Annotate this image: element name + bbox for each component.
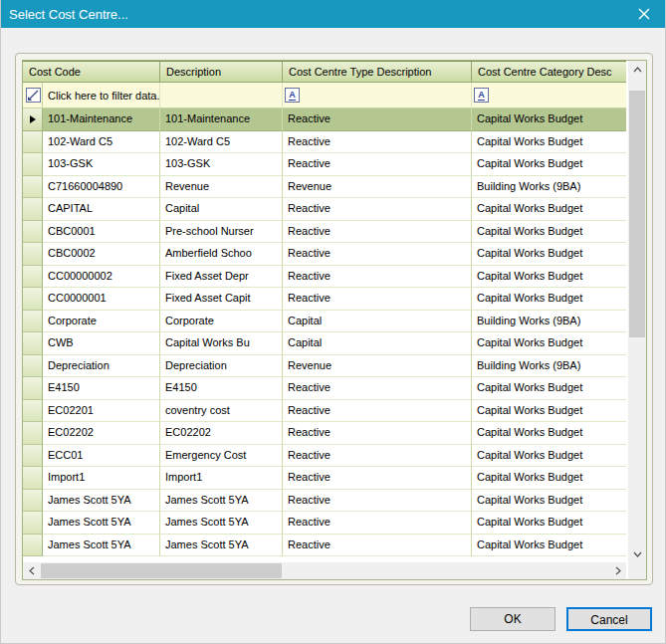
cell-cost-code[interactable]: EC02202: [43, 422, 160, 445]
cell-cost-code[interactable]: CBC0002: [43, 243, 160, 266]
cell-cost-code[interactable]: CBC0001: [43, 221, 160, 244]
cell-type-description[interactable]: Reactive: [283, 512, 472, 535]
cancel-button[interactable]: Cancel: [566, 607, 652, 631]
filter-cell-cost-code[interactable]: Click here to filter data...: [43, 83, 160, 107]
row-indicator-cell[interactable]: [23, 400, 43, 423]
horizontal-scrollbar[interactable]: [23, 562, 626, 579]
cell-type-description[interactable]: Reactive: [283, 243, 472, 266]
row-indicator-cell[interactable]: [23, 332, 43, 355]
table-row[interactable]: James Scott 5YA James Scott 5YA Reactive…: [23, 535, 626, 557]
alpha-filter-icon[interactable]: A: [474, 88, 489, 103]
filter-cell-type[interactable]: A: [283, 83, 472, 107]
row-indicator-cell[interactable]: [23, 311, 43, 333]
row-indicator-cell[interactable]: [23, 108, 43, 131]
cell-description[interactable]: E4150: [160, 377, 283, 400]
cell-type-description[interactable]: Reactive: [283, 266, 472, 289]
table-row[interactable]: CAPITAL Capital Reactive Capital Works B…: [23, 198, 626, 221]
column-header-cost-code[interactable]: Cost Code: [23, 62, 160, 83]
cell-cost-code[interactable]: James Scott 5YA: [43, 535, 160, 557]
row-indicator-cell[interactable]: [23, 490, 43, 513]
cell-type-description[interactable]: Capital: [283, 332, 472, 355]
cell-cost-code[interactable]: CC0000001: [43, 288, 160, 311]
table-row[interactable]: James Scott 5YA James Scott 5YA Reactive…: [23, 490, 626, 513]
cell-type-description[interactable]: Reactive: [283, 535, 472, 557]
cell-category-description[interactable]: Capital Works Budget: [472, 221, 626, 244]
scroll-up-icon[interactable]: [628, 61, 646, 78]
row-indicator-cell[interactable]: [23, 153, 43, 176]
cell-category-description[interactable]: Building Works (9BA): [472, 311, 626, 333]
cell-description[interactable]: Import1: [160, 467, 283, 490]
horizontal-scrollbar-thumb[interactable]: [41, 563, 282, 578]
table-row[interactable]: Depreciation Depreciation Revenue Buildi…: [23, 355, 626, 378]
cell-cost-code[interactable]: 102-Ward C5: [43, 131, 160, 154]
cell-type-description[interactable]: Reactive: [283, 377, 472, 400]
cell-category-description[interactable]: Capital Works Budget: [472, 266, 626, 289]
cell-category-description[interactable]: Capital Works Budget: [472, 108, 626, 131]
cell-cost-code[interactable]: Corporate: [43, 311, 160, 333]
cell-cost-code[interactable]: CAPITAL: [43, 198, 160, 221]
cell-cost-code[interactable]: James Scott 5YA: [43, 512, 160, 535]
cell-category-description[interactable]: Capital Works Budget: [472, 198, 626, 221]
cell-description[interactable]: 102-Ward C5: [160, 131, 283, 154]
table-row[interactable]: CC00000002 Fixed Asset Depr Reactive Cap…: [23, 266, 626, 289]
cell-category-description[interactable]: Capital Works Budget: [472, 490, 626, 513]
column-header-category-description[interactable]: Cost Centre Category Desc: [472, 62, 626, 83]
table-row[interactable]: Import1 Import1 Reactive Capital Works B…: [23, 467, 626, 490]
cell-description[interactable]: James Scott 5YA: [160, 535, 283, 557]
cell-description[interactable]: James Scott 5YA: [160, 490, 283, 513]
cell-cost-code[interactable]: Depreciation: [43, 355, 160, 378]
table-row[interactable]: CBC0001 Pre-school Nurser Reactive Capit…: [23, 221, 626, 244]
cell-category-description[interactable]: Capital Works Budget: [472, 400, 626, 423]
cell-category-description[interactable]: Capital Works Budget: [472, 377, 626, 400]
table-row[interactable]: 102-Ward C5 102-Ward C5 Reactive Capital…: [23, 131, 626, 154]
cell-type-description[interactable]: Reactive: [283, 221, 472, 244]
cell-description[interactable]: Capital: [160, 198, 283, 221]
cell-category-description[interactable]: Capital Works Budget: [472, 288, 626, 311]
cell-type-description[interactable]: Reactive: [283, 422, 472, 445]
cell-category-description[interactable]: Capital Works Budget: [472, 535, 626, 557]
cell-cost-code[interactable]: 103-GSK: [43, 153, 160, 176]
scroll-down-icon[interactable]: [628, 545, 646, 562]
cell-cost-code[interactable]: Import1: [43, 467, 160, 490]
row-indicator-cell[interactable]: [23, 445, 43, 468]
cell-category-description[interactable]: Capital Works Budget: [472, 467, 626, 490]
cell-description[interactable]: Revenue: [160, 176, 283, 199]
cell-cost-code[interactable]: CWB: [43, 332, 160, 355]
cell-type-description[interactable]: Revenue: [283, 176, 472, 199]
vertical-scrollbar[interactable]: [628, 61, 646, 562]
row-indicator-cell[interactable]: [23, 377, 43, 400]
row-indicator-cell[interactable]: [23, 467, 43, 490]
cell-category-description[interactable]: Capital Works Budget: [472, 243, 626, 266]
ok-button[interactable]: OK: [470, 607, 555, 631]
cell-description[interactable]: Amberfield Schoo: [160, 243, 283, 266]
table-row[interactable]: E4150 E4150 Reactive Capital Works Budge…: [23, 377, 626, 400]
cell-cost-code[interactable]: 101-Maintenance: [43, 108, 160, 131]
cell-type-description[interactable]: Reactive: [283, 445, 472, 468]
cell-category-description[interactable]: Capital Works Budget: [472, 422, 626, 445]
row-indicator-cell[interactable]: [23, 221, 43, 244]
table-row[interactable]: CC0000001 Fixed Asset Capit Reactive Cap…: [23, 288, 626, 311]
column-header-type-description[interactable]: Cost Centre Type Description: [283, 62, 472, 83]
cell-type-description[interactable]: Capital: [283, 311, 472, 333]
cell-category-description[interactable]: Capital Works Budget: [472, 445, 626, 468]
cell-description[interactable]: 101-Maintenance: [160, 108, 283, 131]
filter-row-header[interactable]: [23, 83, 43, 107]
cell-cost-code[interactable]: EC02201: [43, 400, 160, 423]
cell-description[interactable]: Pre-school Nurser: [160, 221, 283, 244]
cell-type-description[interactable]: Reactive: [283, 131, 472, 154]
row-indicator-cell[interactable]: [23, 176, 43, 199]
cell-cost-code[interactable]: James Scott 5YA: [43, 490, 160, 513]
cell-description[interactable]: Depreciation: [160, 355, 283, 378]
table-row[interactable]: 101-Maintenance 101-Maintenance Reactive…: [23, 108, 626, 131]
row-indicator-cell[interactable]: [23, 535, 43, 557]
row-indicator-cell[interactable]: [23, 131, 43, 154]
cell-type-description[interactable]: Revenue: [283, 355, 472, 378]
cell-description[interactable]: EC02202: [160, 422, 283, 445]
cell-cost-code[interactable]: CC00000002: [43, 266, 160, 289]
table-row[interactable]: EC02201 coventry cost Reactive Capital W…: [23, 400, 626, 423]
row-indicator-cell[interactable]: [23, 512, 43, 535]
vertical-scrollbar-thumb[interactable]: [629, 91, 645, 337]
cell-cost-code[interactable]: C71660004890: [43, 176, 160, 199]
alpha-filter-icon[interactable]: A: [285, 88, 300, 103]
filter-cell-category[interactable]: A: [472, 83, 626, 107]
